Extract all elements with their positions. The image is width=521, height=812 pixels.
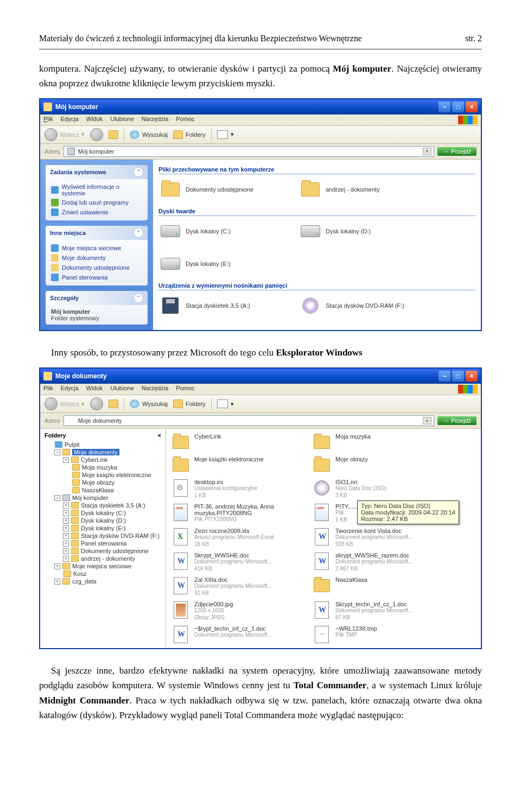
close-panel-button[interactable]: × bbox=[158, 432, 161, 439]
tree-node[interactable]: +Panel sterowania bbox=[43, 540, 162, 547]
file-item[interactable]: CyberLink bbox=[171, 432, 302, 453]
address-input[interactable]: Moje dokumenty ▾ bbox=[63, 415, 435, 426]
drive-item[interactable]: Dysk lokalny (D:) bbox=[301, 223, 425, 240]
forward-button[interactable] bbox=[90, 397, 103, 410]
menu-plik[interactable]: Plik bbox=[43, 116, 53, 124]
expand-icon[interactable]: + bbox=[54, 563, 60, 569]
drive-item[interactable]: Stacja dyskietek 3,5 (A:) bbox=[161, 297, 285, 314]
tree-node[interactable]: +Moje miejsca sieciowe bbox=[43, 562, 162, 570]
go-button[interactable]: → Przejdź bbox=[437, 416, 476, 425]
place-item[interactable]: Panel sterowania bbox=[51, 272, 142, 282]
file-item[interactable]: ~WRL1238.tmpPlik TMP bbox=[313, 624, 443, 645]
address-dropdown-icon[interactable]: ▾ bbox=[423, 148, 431, 155]
tree-node[interactable]: Moje książki elektroniczne bbox=[43, 471, 162, 479]
drive-item[interactable]: Dysk lokalny (E:) bbox=[161, 255, 285, 272]
address-input[interactable]: Mój komputer ▾ bbox=[63, 146, 435, 157]
go-button[interactable]: → Przejdź bbox=[437, 147, 476, 156]
menu-narzedzia[interactable]: Narzędzia bbox=[142, 385, 169, 394]
back-button[interactable]: Wstecz ▾ bbox=[45, 397, 85, 410]
tree-node[interactable]: Moja muzyka bbox=[43, 464, 162, 471]
expand-icon[interactable]: + bbox=[63, 548, 69, 554]
tree-node[interactable]: +CyberLink bbox=[43, 456, 162, 464]
tree-node[interactable]: +Stacja dyskietek 3,5 (A:) bbox=[43, 502, 162, 509]
tree-node[interactable]: Kosz bbox=[43, 570, 162, 578]
close-button[interactable]: × bbox=[466, 371, 478, 382]
file-item[interactable]: Moja muzyka bbox=[313, 432, 443, 453]
file-item[interactable]: ISO1.nriNero Data Disc (ISO)3 KB bbox=[313, 478, 443, 500]
maximize-button[interactable]: □ bbox=[452, 371, 464, 382]
file-item[interactable]: Moje książki elektroniczne bbox=[171, 455, 302, 475]
tree-node[interactable]: +Dysk lokalny (D:) bbox=[43, 517, 162, 524]
minimize-button[interactable]: − bbox=[439, 371, 450, 382]
tree-node[interactable]: NaszaKlasa bbox=[43, 486, 162, 494]
tree-node[interactable]: +Dysk lokalny (E:) bbox=[43, 524, 162, 532]
place-item[interactable]: Moje miejsca sieciowe bbox=[51, 243, 142, 253]
place-item[interactable]: Moje dokumenty bbox=[51, 253, 142, 263]
views-button[interactable]: ▾ bbox=[217, 399, 234, 408]
folders-button[interactable]: Foldery bbox=[173, 399, 206, 408]
expand-icon[interactable]: + bbox=[54, 579, 60, 585]
file-item[interactable]: Zal XIIIa.docDokument programu Microsoft… bbox=[171, 575, 302, 598]
expand-icon[interactable]: + bbox=[63, 533, 69, 539]
tree-node[interactable]: Pulpit bbox=[43, 441, 162, 448]
expand-icon[interactable]: + bbox=[63, 556, 69, 562]
menu-narzedzia[interactable]: Narzędzia bbox=[142, 116, 169, 124]
file-item[interactable]: Tworzenie kont Vista.docDokument program… bbox=[313, 526, 443, 549]
file-item[interactable]: Zezn roczne2008.xlsArkusz programu Micro… bbox=[171, 526, 302, 549]
close-button[interactable]: × bbox=[466, 101, 478, 112]
tree-node[interactable]: −Moje dokumenty bbox=[43, 448, 162, 456]
drive-item[interactable]: Dysk lokalny (C:) bbox=[161, 223, 285, 240]
task-item[interactable]: Wyświetl informacje o systemie bbox=[51, 182, 142, 198]
file-item[interactable]: Zdjęcie000.jpg1200 x 1600Obraz JPEG bbox=[171, 600, 302, 622]
back-button[interactable]: Wstecz ▾ bbox=[45, 128, 85, 141]
tree-node[interactable]: +Dysk lokalny (C:) bbox=[43, 509, 162, 517]
expand-icon[interactable]: + bbox=[63, 503, 69, 509]
menu-pomoc[interactable]: Pomoc bbox=[176, 116, 194, 124]
maximize-button[interactable]: □ bbox=[452, 101, 464, 112]
menu-widok[interactable]: Widok bbox=[86, 116, 103, 124]
tree-node[interactable]: −Mój komputer bbox=[43, 494, 162, 502]
folders-button[interactable]: Foldery bbox=[173, 130, 206, 139]
place-item[interactable]: Dokumenty udostępnione bbox=[51, 263, 142, 272]
window-titlebar[interactable]: Mój komputer − □ × bbox=[40, 99, 481, 115]
drive-item[interactable]: Stacja dysków DVD-RAM (F:) bbox=[301, 297, 425, 314]
minimize-button[interactable]: − bbox=[439, 101, 450, 112]
file-item[interactable]: Skrypt_WWSHE.docDokument programu Micros… bbox=[171, 551, 302, 573]
expand-icon[interactable]: − bbox=[54, 495, 60, 501]
file-item[interactable]: desktop.iniUstawienia konfiguracyjne1 KB bbox=[171, 478, 302, 500]
folder-item[interactable]: Dokumenty udostępnione bbox=[161, 181, 285, 198]
search-button[interactable]: Wyszukaj bbox=[130, 130, 168, 139]
collapse-icon[interactable]: ⌃ bbox=[134, 293, 143, 303]
collapse-icon[interactable]: ⌃ bbox=[134, 228, 143, 238]
menu-widok[interactable]: Widok bbox=[86, 385, 103, 394]
file-item[interactable]: Skrypt_techn_inf_cz_1.docDokument progra… bbox=[313, 600, 443, 622]
expand-icon[interactable]: + bbox=[63, 457, 69, 463]
collapse-icon[interactable]: ⌃ bbox=[134, 167, 143, 177]
up-button[interactable] bbox=[109, 399, 118, 408]
expand-icon[interactable]: + bbox=[63, 510, 69, 516]
address-dropdown-icon[interactable]: ▾ bbox=[423, 417, 431, 424]
task-item[interactable]: Dodaj lub usuń programy bbox=[51, 198, 142, 207]
menu-ulubione[interactable]: Ulubione bbox=[110, 116, 134, 124]
menu-edycja[interactable]: Edycja bbox=[61, 385, 79, 394]
window-titlebar[interactable]: Moje dokumenty − □ × bbox=[40, 369, 481, 384]
menu-edycja[interactable]: Edycja bbox=[61, 116, 79, 124]
file-item[interactable]: skrypt_WWSHE_razem.docDokument programu … bbox=[313, 551, 443, 573]
up-button[interactable] bbox=[109, 130, 118, 139]
menu-plik[interactable]: Plik bbox=[43, 385, 53, 394]
expand-icon[interactable]: + bbox=[63, 541, 69, 547]
expand-icon[interactable]: + bbox=[63, 525, 69, 531]
folder-item[interactable]: andrzej - dokumenty bbox=[301, 181, 425, 198]
tree-node[interactable]: +andrzej - dokumenty bbox=[43, 555, 162, 562]
menu-ulubione[interactable]: Ulubione bbox=[110, 385, 134, 394]
search-button[interactable]: Wyszukaj bbox=[130, 399, 168, 408]
tree-node[interactable]: +Dokumenty udostępnione bbox=[43, 547, 162, 555]
tree-node[interactable]: +czg_data bbox=[43, 578, 162, 585]
file-item[interactable]: ~$rypt_techn_inf_cz_1.docDokument progra… bbox=[171, 624, 302, 645]
task-item[interactable]: Zmień ustawienie bbox=[51, 207, 142, 217]
expand-icon[interactable]: + bbox=[63, 518, 69, 524]
tree-node[interactable]: +Stacja dysków DVD-RAM (F:) bbox=[43, 532, 162, 540]
file-item[interactable]: PIT-36, andrzej Muzyka, Anna muzyka.PITY… bbox=[171, 502, 302, 524]
forward-button[interactable] bbox=[90, 128, 103, 141]
tree-node[interactable]: Moje obrazy bbox=[43, 479, 162, 486]
